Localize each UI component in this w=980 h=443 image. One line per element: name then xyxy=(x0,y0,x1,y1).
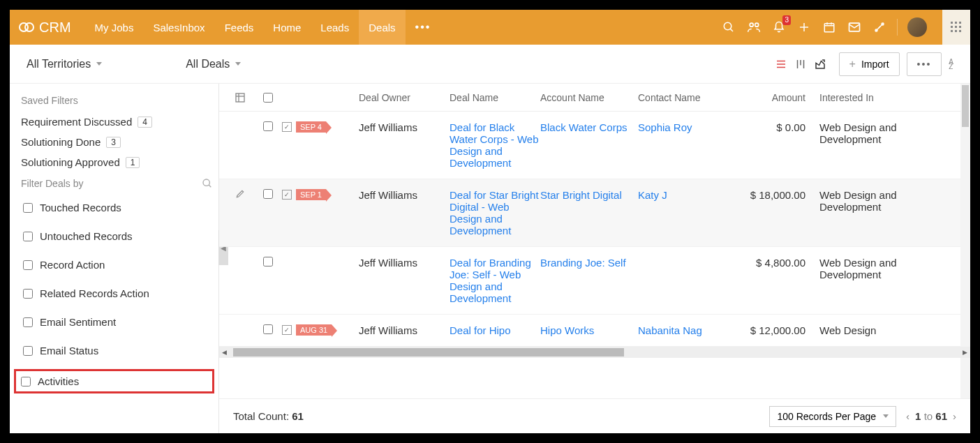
cell-amount: $ 12,000.00 xyxy=(736,324,819,336)
avatar[interactable] xyxy=(907,17,927,37)
nav-salesinbox[interactable]: SalesInbox xyxy=(143,10,214,45)
saved-filters-title: Saved Filters xyxy=(21,95,213,106)
table-row[interactable]: ✓AUG 31Jeff WilliamsDeal for HipoHipo Wo… xyxy=(219,315,970,347)
svg-rect-23 xyxy=(236,93,244,102)
cell-owner: Jeff Williams xyxy=(359,324,450,336)
search-icon[interactable] xyxy=(721,20,736,35)
row-checkbox[interactable] xyxy=(263,324,273,334)
filter-activities[interactable]: Activities xyxy=(14,369,214,393)
table-row[interactable]: ✓SEP 4Jeff WilliamsDeal for Black Water … xyxy=(219,112,970,179)
cell-owner: Jeff Williams xyxy=(359,189,450,201)
list-view-icon[interactable] xyxy=(775,58,787,70)
tools-icon[interactable] xyxy=(872,20,887,35)
notif-badge: 3 xyxy=(782,15,791,25)
nav-feeds[interactable]: Feeds xyxy=(215,10,264,45)
cell-interest: Web Design xyxy=(819,324,917,336)
task-check-icon[interactable]: ✓ xyxy=(282,325,292,335)
table-row[interactable]: ✓SEP 1Jeff WilliamsDeal for Star Bright … xyxy=(219,179,970,247)
edit-row-icon[interactable] xyxy=(226,189,254,199)
row-checkbox[interactable] xyxy=(263,121,273,131)
cell-deal-link[interactable]: Deal for Star Bright Digital - Web Desig… xyxy=(450,189,539,236)
select-all-checkbox[interactable] xyxy=(263,93,273,103)
svg-point-21 xyxy=(203,179,209,186)
main-nav: My Jobs SalesInbox Feeds Home Leads Deal… xyxy=(85,10,441,45)
footer: Total Count: 61 100 Records Per Page ‹ 1… xyxy=(219,398,970,433)
row-checkbox[interactable] xyxy=(263,189,273,199)
table-row[interactable]: Jeff WilliamsDeal for Branding Joe: Self… xyxy=(219,247,970,315)
cell-contact-link[interactable]: Nabanita Nag xyxy=(638,324,702,336)
header-interest[interactable]: Interested In xyxy=(819,92,917,103)
table-header: Deal Owner Deal Name Account Name Contac… xyxy=(219,84,970,112)
import-button[interactable]: + Import xyxy=(839,52,900,76)
nav-more[interactable]: ••• xyxy=(406,21,441,33)
cell-deal-link[interactable]: Deal for Branding Joe: Self - Web Design… xyxy=(450,257,531,304)
cell-deal-link[interactable]: Deal for Hipo xyxy=(450,324,511,336)
chart-view-icon[interactable] xyxy=(814,58,826,70)
svg-line-22 xyxy=(209,185,211,187)
svg-point-1 xyxy=(25,23,34,31)
total-count-label: Total Count: xyxy=(233,410,289,422)
cell-contact-link[interactable]: Sophia Roy xyxy=(638,121,692,133)
plus-icon[interactable] xyxy=(796,20,812,35)
header-account[interactable]: Account Name xyxy=(540,92,638,103)
nav-deals[interactable]: Deals xyxy=(359,10,405,45)
cell-account-link[interactable]: Hipo Works xyxy=(540,324,594,336)
contacts-icon[interactable] xyxy=(746,20,762,35)
cell-amount: $ 4,800.00 xyxy=(736,257,819,269)
more-actions-button[interactable]: ••• xyxy=(907,52,942,76)
kanban-view-icon[interactable] xyxy=(794,58,807,70)
filter-untouched-records[interactable]: Untouched Records xyxy=(21,226,213,246)
cell-account-link[interactable]: Branding Joe: Self xyxy=(540,257,626,269)
filter-record-action[interactable]: Record Action xyxy=(21,255,213,275)
svg-point-2 xyxy=(724,22,732,30)
filter-email-status[interactable]: Email Status xyxy=(21,340,213,361)
filter-search-icon[interactable] xyxy=(202,178,213,189)
main-panel: ◀ Deal Owner Deal Name Account Name Cont… xyxy=(219,84,970,433)
header-deal[interactable]: Deal Name xyxy=(450,92,540,103)
cell-deal-link[interactable]: Deal for Black Water Corps - Web Design … xyxy=(450,121,539,169)
svg-point-4 xyxy=(750,23,753,27)
nav-leads[interactable]: Leads xyxy=(311,10,359,45)
cell-amount: $ 0.00 xyxy=(736,121,819,133)
header-owner[interactable]: Deal Owner xyxy=(359,92,450,103)
apps-icon[interactable] xyxy=(942,10,970,45)
date-flag: AUG 31 xyxy=(296,324,332,336)
sort-icon[interactable]: AZ xyxy=(949,59,953,69)
filter-touched-records[interactable]: Touched Records xyxy=(21,197,213,218)
saved-filter-item[interactable]: Requirement Discussed 4 xyxy=(21,116,213,128)
logo-icon xyxy=(18,19,35,36)
cell-owner: Jeff Williams xyxy=(359,257,450,269)
territory-dropdown[interactable]: All Territories xyxy=(27,58,102,70)
bell-icon[interactable]: 3 xyxy=(771,20,787,35)
cell-interest: Web Design and Development xyxy=(819,189,917,213)
cell-account-link[interactable]: Black Water Corps xyxy=(540,121,627,133)
sidebar: Saved Filters Requirement Discussed 4 So… xyxy=(10,84,219,433)
row-checkbox[interactable] xyxy=(263,257,273,266)
nav-my-jobs[interactable]: My Jobs xyxy=(85,10,144,45)
saved-filter-item[interactable]: Solutioning Done 3 xyxy=(21,136,213,148)
date-flag: SEP 1 xyxy=(296,189,326,200)
total-count-value: 61 xyxy=(292,410,304,422)
records-per-page-dropdown[interactable]: 100 Records Per Page xyxy=(769,406,896,427)
filter-by-title: Filter Deals by xyxy=(21,178,83,189)
cell-contact-link[interactable]: Katy J xyxy=(638,189,667,201)
cell-account-link[interactable]: Star Bright Digital xyxy=(540,189,622,201)
task-check-icon[interactable]: ✓ xyxy=(282,122,292,132)
saved-filter-item[interactable]: Solutioning Approved 1 xyxy=(21,156,213,168)
filter-email-sentiment[interactable]: Email Sentiment xyxy=(21,312,213,332)
filter-related-records-action[interactable]: Related Records Action xyxy=(21,283,213,303)
column-settings-icon[interactable] xyxy=(226,92,254,103)
header-amount[interactable]: Amount xyxy=(736,92,819,103)
header-contact[interactable]: Contact Name xyxy=(638,92,736,103)
task-check-icon[interactable]: ✓ xyxy=(282,190,292,200)
svg-rect-8 xyxy=(824,24,834,32)
calendar-icon[interactable] xyxy=(822,20,837,35)
mail-icon[interactable] xyxy=(847,20,862,35)
next-page-icon[interactable]: › xyxy=(953,410,956,422)
nav-home[interactable]: Home xyxy=(263,10,311,45)
deals-filter-dropdown[interactable]: All Deals xyxy=(186,58,241,70)
cell-owner: Jeff Williams xyxy=(359,121,450,133)
logo[interactable]: CRM xyxy=(18,19,71,36)
horizontal-scrollbar[interactable]: ◀ ▶ xyxy=(219,347,970,358)
prev-page-icon[interactable]: ‹ xyxy=(906,410,910,422)
